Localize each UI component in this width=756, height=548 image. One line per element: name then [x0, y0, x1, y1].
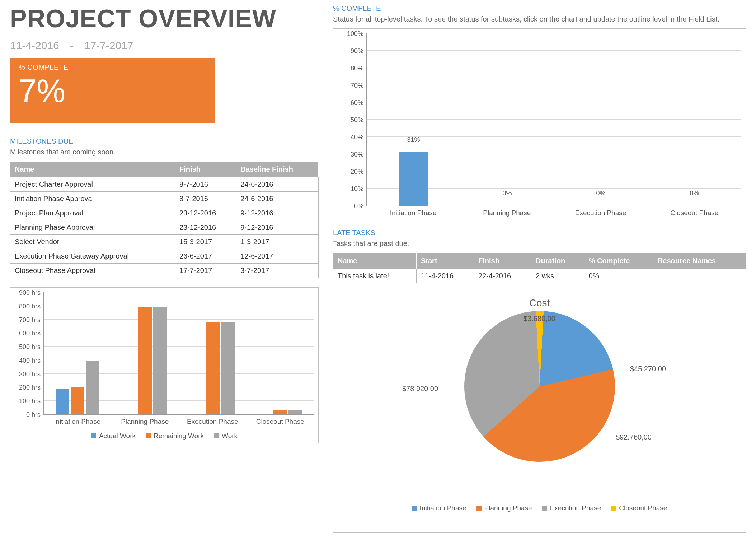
legend-swatch [91, 433, 96, 438]
legend-swatch [476, 506, 482, 511]
x-axis-label: Planning Phase [460, 209, 554, 217]
table-row[interactable]: Execution Phase Gateway Approval26-6-201… [10, 249, 319, 264]
table-row[interactable]: Planning Phase Approval23-12-20169-12-20… [10, 220, 319, 235]
table-row[interactable]: Project Charter Approval8-7-201624-6-201… [10, 177, 319, 192]
bar [273, 410, 287, 414]
table-cell: 8-7-2016 [175, 192, 236, 206]
table-cell: 11-4-2016 [416, 269, 474, 283]
bar [206, 322, 220, 414]
data-label: 31% [367, 136, 460, 144]
table-cell: Project Plan Approval [10, 206, 175, 220]
work-chart[interactable]: 0 hrs100 hrs200 hrs300 hrs400 hrs500 hrs… [10, 287, 319, 443]
milestones-title: MILESTONES DUE [10, 137, 319, 145]
cost-label-closeout: $3.680,00 [523, 315, 555, 323]
x-axis-label: Closeout Phase [246, 418, 314, 426]
pct-complete-chart-title: % COMPLETE [333, 4, 746, 13]
table-row[interactable]: Select Vendor15-3-20171-3-2017 [10, 235, 319, 249]
late-tasks-table[interactable]: NameStartFinishDuration% CompleteResourc… [333, 253, 746, 283]
table-cell: 24-6-2016 [236, 177, 319, 192]
x-axis-label: Execution Phase [554, 209, 648, 217]
late-tasks-sub: Tasks that are past due. [333, 238, 746, 249]
table-cell: Execution Phase Gateway Approval [10, 249, 175, 264]
table-header: Name [10, 162, 175, 177]
x-axis-label: Initiation Phase [43, 418, 111, 426]
table-cell: 9-12-2016 [236, 220, 319, 235]
x-axis-label: Closeout Phase [648, 209, 741, 217]
pct-complete-chart[interactable]: 0%10%20%30%40%50%60%70%80%90%100% 31%0%0… [333, 28, 746, 220]
legend-label: Closeout Phase [619, 504, 667, 512]
table-cell: 8-7-2016 [175, 177, 236, 192]
table-header: Resource Names [653, 253, 746, 269]
table-header: Name [333, 253, 417, 269]
legend-label: Work [222, 432, 238, 440]
page-title: PROJECT OVERVIEW [10, 4, 319, 33]
table-cell: 0% [584, 269, 653, 283]
table-cell: 3-7-2017 [236, 264, 319, 278]
legend-item: Execution Phase [542, 504, 601, 512]
pct-complete-chart-sub: Status for all top-level tasks. To see t… [333, 14, 746, 24]
legend-item: Closeout Phase [611, 504, 667, 512]
cost-label-initiation: $45.270,00 [630, 365, 666, 373]
x-axis-label: Execution Phase [179, 418, 246, 426]
legend-label: Initiation Phase [420, 504, 466, 512]
table-cell: 17-7-2017 [175, 264, 236, 278]
table-row[interactable]: Project Plan Approval23-12-20169-12-2016 [10, 206, 319, 220]
table-cell: 12-6-2017 [236, 249, 319, 264]
date-range: 11-4-2016 - 17-7-2017 [10, 40, 319, 52]
cost-chart-title: Cost [529, 297, 550, 309]
legend-swatch [542, 506, 547, 511]
milestones-sub: Milestones that are coming soon. [10, 147, 319, 157]
bar [71, 387, 84, 414]
date-end: 17-7-2017 [84, 40, 133, 52]
milestones-table[interactable]: NameFinishBaseline Finish Project Charte… [10, 161, 319, 278]
cost-pie [464, 311, 615, 462]
cost-legend: Initiation PhasePlanning PhaseExecution … [412, 504, 667, 512]
bar [86, 361, 99, 414]
work-legend: Actual WorkRemaining WorkWork [15, 432, 314, 440]
legend-swatch [214, 433, 219, 438]
data-label: 0% [460, 190, 554, 197]
bar [153, 307, 167, 414]
bar [56, 389, 69, 414]
legend-label: Execution Phase [550, 504, 601, 512]
late-tasks-title: LATE TASKS [333, 229, 746, 237]
table-header: Baseline Finish [236, 162, 319, 177]
table-row[interactable]: Closeout Phase Approval17-7-20173-7-2017 [10, 264, 319, 278]
date-start: 11-4-2016 [10, 40, 59, 52]
legend-item: Actual Work [91, 432, 136, 440]
legend-item: Remaining Work [146, 432, 204, 440]
percent-complete-label: % COMPLETE [19, 63, 206, 71]
legend-item: Initiation Phase [412, 504, 466, 512]
legend-swatch [611, 506, 616, 511]
table-row[interactable]: Initiation Phase Approval8-7-201624-6-20… [10, 192, 319, 206]
bar [288, 410, 302, 414]
table-header: % Complete [584, 253, 653, 269]
legend-label: Actual Work [99, 432, 136, 440]
legend-item: Planning Phase [476, 504, 532, 512]
legend-swatch [146, 433, 151, 438]
table-cell: Project Charter Approval [10, 177, 175, 192]
table-cell: This task is late! [333, 269, 417, 283]
legend-label: Remaining Work [154, 432, 204, 440]
table-cell: Closeout Phase Approval [10, 264, 175, 278]
legend-label: Planning Phase [484, 504, 532, 512]
table-cell: Planning Phase Approval [10, 220, 175, 235]
date-sep: - [70, 40, 74, 52]
table-header: Finish [175, 162, 236, 177]
table-cell: 9-12-2016 [236, 206, 319, 220]
percent-complete-value: 7% [19, 71, 206, 110]
table-row[interactable]: This task is late!11-4-201622-4-20162 wk… [333, 269, 746, 283]
x-axis-label: Initiation Phase [366, 209, 460, 217]
legend-item: Work [214, 432, 238, 440]
bar [399, 152, 428, 206]
cost-label-planning: $92.760,00 [616, 433, 652, 441]
table-cell: Select Vendor [10, 235, 175, 249]
cost-chart[interactable]: Cost $3.680,00 $45.270,00 $92.760,00 $78… [333, 292, 746, 533]
table-header: Duration [531, 253, 584, 269]
percent-complete-tile: % COMPLETE 7% [10, 58, 215, 123]
data-label: 0% [554, 190, 648, 197]
table-cell: 23-12-2016 [175, 220, 236, 235]
table-cell: 23-12-2016 [175, 206, 236, 220]
table-cell: 24-6-2016 [236, 192, 319, 206]
x-axis-label: Planning Phase [111, 418, 179, 426]
